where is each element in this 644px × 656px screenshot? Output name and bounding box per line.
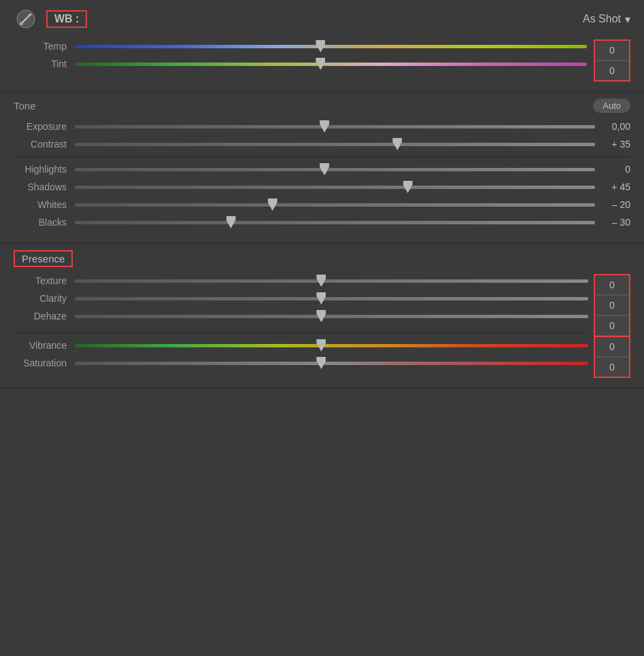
clarity-thumb[interactable]: [316, 292, 326, 305]
contrast-thumb[interactable]: [392, 138, 402, 150]
tint-thumb[interactable]: [316, 58, 325, 70]
wb-section: WB : As Shot ▾ Temp Tint: [0, 0, 644, 92]
saturation-thumb[interactable]: [316, 357, 326, 369]
dehaze-thumb[interactable]: [316, 310, 326, 322]
highlights-label: Highlights: [14, 164, 75, 175]
vibrance-slider[interactable]: [75, 339, 588, 352]
tone-header: Tone Auto: [14, 99, 630, 113]
tint-slider[interactable]: [75, 57, 587, 71]
blacks-thumb[interactable]: [226, 216, 236, 228]
saturation-value[interactable]: 0: [595, 357, 629, 377]
svg-point-3: [20, 22, 23, 25]
temp-value[interactable]: 0: [595, 41, 629, 61]
contrast-label: Contrast: [14, 139, 75, 150]
presence-label-box: Presence: [14, 250, 73, 267]
tint-row: Tint: [14, 57, 587, 71]
vibrance-value[interactable]: 0: [595, 336, 629, 357]
whites-thumb[interactable]: [268, 198, 277, 211]
texture-label: Texture: [14, 275, 75, 286]
dehaze-label: Dehaze: [14, 311, 75, 322]
auto-button[interactable]: Auto: [593, 99, 630, 113]
texture-thumb[interactable]: [316, 275, 326, 287]
whites-slider[interactable]: [75, 198, 595, 211]
highlights-thumb[interactable]: [320, 163, 329, 175]
shadows-row: Shadows + 45: [14, 180, 630, 194]
texture-slider[interactable]: [75, 274, 588, 288]
wb-header: WB : As Shot ▾: [14, 7, 630, 31]
wb-preset[interactable]: As Shot ▾: [583, 13, 630, 26]
contrast-value[interactable]: + 35: [595, 139, 630, 150]
exposure-row: Exposure 0,00: [14, 120, 630, 133]
wb-left: WB :: [14, 7, 87, 31]
dehaze-slider[interactable]: [75, 309, 588, 323]
exposure-thumb[interactable]: [320, 120, 329, 133]
dehaze-value[interactable]: 0: [595, 315, 629, 336]
blacks-slider[interactable]: [75, 215, 595, 229]
highlights-slider[interactable]: [75, 162, 595, 176]
clarity-value[interactable]: 0: [595, 295, 629, 315]
wb-label: WB :: [46, 10, 87, 28]
exposure-label: Exposure: [14, 121, 75, 132]
exposure-slider[interactable]: [75, 120, 595, 133]
clarity-label: Clarity: [14, 293, 75, 304]
shadows-label: Shadows: [14, 182, 75, 192]
clarity-slider[interactable]: [75, 292, 588, 305]
panel: WB : As Shot ▾ Temp Tint: [0, 0, 644, 388]
temp-slider[interactable]: [75, 39, 587, 53]
shadows-thumb[interactable]: [403, 181, 413, 193]
whites-label: Whites: [14, 199, 75, 210]
saturation-row: Saturation: [14, 356, 588, 370]
tint-label: Tint: [14, 58, 75, 69]
vibrance-label: Vibrance: [14, 340, 75, 351]
presence-section: Presence Texture Clarity: [0, 243, 644, 388]
tone-section: Tone Auto Exposure 0,00 Contrast + 35 Hi…: [0, 92, 644, 243]
tone-title: Tone: [14, 100, 36, 111]
blacks-row: Blacks – 30: [14, 215, 630, 229]
texture-row: Texture: [14, 274, 588, 288]
temp-label: Temp: [14, 41, 75, 52]
saturation-label: Saturation: [14, 358, 75, 368]
wb-preset-arrow: ▾: [625, 13, 630, 26]
shadows-value[interactable]: + 45: [595, 182, 630, 192]
vibrance-row: Vibrance: [14, 339, 588, 352]
highlights-row: Highlights 0: [14, 162, 630, 176]
tint-value[interactable]: 0: [595, 61, 629, 80]
highlights-value[interactable]: 0: [595, 164, 630, 175]
wb-preset-label: As Shot: [583, 13, 621, 25]
exposure-value[interactable]: 0,00: [595, 121, 630, 132]
blacks-label: Blacks: [14, 217, 75, 228]
contrast-row: Contrast + 35: [14, 137, 630, 151]
dehaze-row: Dehaze: [14, 309, 588, 323]
clarity-row: Clarity: [14, 292, 588, 305]
texture-value[interactable]: 0: [595, 275, 629, 295]
temp-thumb[interactable]: [316, 40, 325, 52]
whites-value[interactable]: – 20: [595, 199, 630, 210]
blacks-value[interactable]: – 30: [595, 217, 630, 228]
whites-row: Whites – 20: [14, 198, 630, 211]
shadows-slider[interactable]: [75, 180, 595, 194]
presence-sliders-col: Texture Clarity Dehaze: [14, 274, 588, 378]
eyedropper-icon[interactable]: [14, 7, 38, 31]
saturation-slider[interactable]: [75, 356, 588, 370]
temp-row: Temp: [14, 39, 587, 53]
contrast-slider[interactable]: [75, 137, 595, 151]
presence-sliders-area: Texture Clarity Dehaze: [14, 274, 630, 378]
presence-values-col: 0 0 0 0 0: [594, 274, 630, 378]
vibrance-thumb[interactable]: [316, 339, 326, 351]
